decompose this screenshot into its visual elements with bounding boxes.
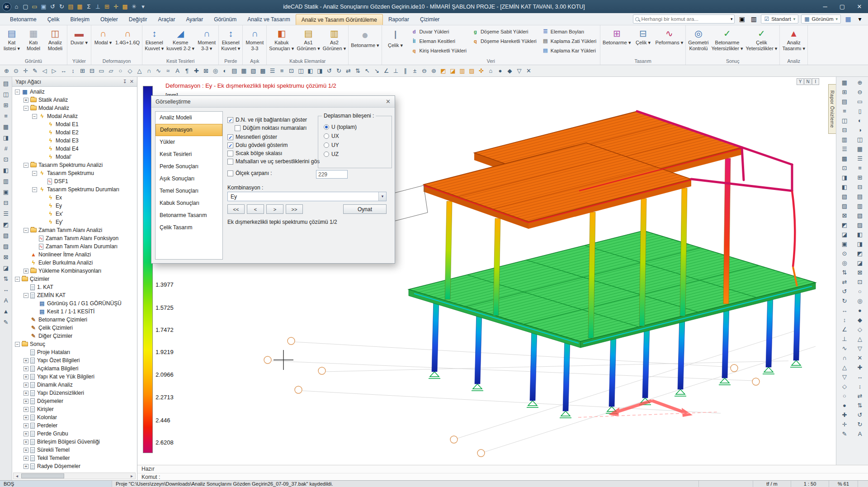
draw-tool-27[interactable]: ▩ [258, 66, 268, 76]
tree-expander[interactable]: − [32, 171, 37, 176]
draw-tool-42[interactable]: ∥ [401, 66, 410, 76]
ribbon-button[interactable]: ΙÇelik ▾ [383, 26, 408, 58]
ribbon-button[interactable]: ⊟Çelik ▾ [632, 26, 654, 58]
draw-tool-32[interactable]: ◧ [306, 66, 315, 76]
dialog-nav-6[interactable]: Temel Sonuçları [156, 185, 222, 197]
draw-tool-54[interactable]: ▽ [514, 66, 524, 76]
checkbox[interactable] [227, 151, 233, 156]
right-tool-a-9[interactable]: ⊡ [840, 164, 849, 173]
tree-expander[interactable]: − [24, 106, 28, 111]
tree-item[interactable]: ϟModal' [12, 153, 137, 161]
tree-item[interactable]: −ZEMİN KAT [12, 291, 137, 299]
left-tool-6[interactable]: # [1, 144, 11, 153]
draw-tool-28[interactable]: ☰ [268, 66, 277, 76]
draw-tool-22[interactable]: ◎ [211, 66, 220, 76]
ribbon-button[interactable]: ↕Eksenel Kuvvet ▾ [220, 26, 241, 58]
draw-tool-7[interactable]: ↕ [68, 66, 78, 76]
view-menu-arrow[interactable]: ▾ [835, 17, 838, 21]
qat-icon-11[interactable]: ✛ [112, 2, 120, 11]
tree-item[interactable]: −ϟTasarım Spektrumu Durumları [12, 185, 137, 194]
right-tool-b-26[interactable]: ◇ [855, 325, 865, 334]
right-tool-b-22[interactable]: ○ [855, 287, 865, 296]
ribbon-button[interactable]: ▥As2 Görünen ▾ [321, 26, 347, 58]
checkbox[interactable]: ✓ [227, 117, 233, 123]
draw-tool-39[interactable]: ↘ [372, 66, 382, 76]
ribbon-mini-item[interactable]: qDöşeme Hareketli Yükleri [472, 37, 537, 45]
left-tool-13[interactable]: ◩ [1, 220, 11, 229]
qat-icon-9[interactable]: ⊥ [94, 2, 102, 11]
left-tool-21[interactable]: ▲ [1, 307, 11, 316]
qat-icon-2[interactable]: ▭ [30, 2, 39, 11]
draw-tool-15[interactable]: ∩ [144, 66, 154, 76]
ribbon-button[interactable]: ✓Betonarme Yetersizlikler ▾ [710, 26, 745, 58]
tree-expander[interactable]: + [24, 407, 28, 412]
right-tool-b-5[interactable]: ◑ [855, 126, 865, 135]
ribbon-mini-item[interactable]: ▤Kaplama Zati Yükleri [542, 37, 596, 45]
dialog-nav-0[interactable]: Analiz Modeli [156, 112, 222, 124]
qat-icon-4[interactable]: ↺ [48, 2, 57, 11]
right-tool-b-33[interactable]: ⇄ [855, 392, 865, 401]
left-tool-14[interactable]: ▧ [1, 231, 11, 240]
draw-tool-55[interactable]: ✕ [524, 66, 533, 76]
ribbon-button[interactable]: ◧Kabuk Sonuçları ▾ [268, 26, 295, 58]
right-tool-a-17[interactable]: ▣ [840, 240, 849, 249]
right-tool-b-9[interactable]: ≡ [855, 164, 865, 173]
right-tool-a-33[interactable]: ○ [840, 392, 849, 401]
ribbon-tab-5[interactable]: Araçlar [152, 14, 180, 25]
command-search[interactable]: ▾ [633, 14, 735, 24]
right-tool-b-35[interactable]: ↺ [855, 411, 865, 420]
tree-expander[interactable]: − [24, 228, 28, 233]
tree-item[interactable]: Zaman Tanım Alanı Durumları [12, 242, 137, 251]
pin-icon[interactable]: ↧ [123, 79, 127, 85]
draw-tool-37[interactable]: ⇅ [353, 66, 363, 76]
qat-icon-0[interactable]: ⌂ [12, 2, 21, 11]
dialog-nav-4[interactable]: Perde Sonuçları [156, 161, 222, 173]
tree-item[interactable]: ϟEy [12, 202, 137, 210]
tree-item[interactable]: −Tasarım Spektrumu Analizi [12, 161, 137, 169]
ribbon-button[interactable]: ∿Peformans ▾ [654, 26, 685, 58]
tree-item[interactable]: +Sürekli Temel [12, 446, 137, 454]
dialog-nav-2[interactable]: Yükler [156, 136, 222, 148]
right-tool-a-31[interactable]: ▽ [840, 373, 849, 382]
draw-tool-11[interactable]: ▱ [106, 66, 116, 76]
left-tool-20[interactable]: A [1, 296, 11, 305]
tree-item[interactable]: +Dinamik Analiz [12, 381, 137, 389]
tree-item[interactable]: ▤Kesit 1 / 1-1 KESİTİ [12, 307, 137, 316]
tree-expander[interactable]: + [24, 415, 28, 420]
radio[interactable] [324, 124, 329, 130]
ribbon-mini-item[interactable]: dDuvar Yükleri [411, 28, 467, 35]
tree-item[interactable]: +Radye Döşemeler [12, 462, 137, 470]
tree-item[interactable]: Zaman Tanım Alanı Fonksiyon [12, 234, 137, 242]
draw-tool-4[interactable]: ◁ [40, 66, 49, 76]
right-tool-a-36[interactable]: ✛ [840, 420, 849, 429]
step-button-2[interactable]: > [266, 204, 283, 214]
qat-icon-5[interactable]: ↻ [57, 2, 66, 11]
ribbon-button[interactable]: ✓Çelik Yetersizlikler ▾ [744, 26, 778, 58]
ribbon-button[interactable]: ⊞Betonarme ▾ [601, 26, 632, 58]
right-tool-b-13[interactable]: ▥ [855, 202, 865, 211]
tree-item[interactable]: +Döşemeler [12, 397, 137, 405]
tree-item[interactable]: −ϟTasarım Spektrumu [12, 169, 137, 177]
draw-tool-33[interactable]: ◨ [315, 66, 325, 76]
draw-tool-13[interactable]: ◇ [125, 66, 135, 76]
right-tool-a-25[interactable]: ↕ [840, 316, 849, 325]
qat-icon-7[interactable]: ▦ [75, 2, 84, 11]
left-tool-0[interactable]: ▤ [1, 79, 11, 88]
right-tool-a-29[interactable]: ∩ [840, 354, 849, 363]
right-tool-b-4[interactable]: ◐ [855, 116, 865, 125]
draw-tool-51[interactable]: ⌂ [486, 66, 495, 76]
right-tool-b-15[interactable]: ▨ [855, 221, 865, 230]
draw-tool-35[interactable]: ↻ [334, 66, 344, 76]
idecad-logo-icon[interactable]: iC [2, 2, 11, 11]
ribbon-tab-2[interactable]: Birleşim [65, 14, 95, 25]
tree-item[interactable]: ▤Görünüş G1 / G1 GÖRÜNÜŞÜ [12, 299, 137, 307]
draw-tool-30[interactable]: ⊡ [287, 66, 296, 76]
panel-close-icon[interactable]: ✕ [130, 79, 134, 85]
draw-tool-38[interactable]: ↖ [363, 66, 372, 76]
ribbon-tab-8[interactable]: Analiz ve Tasarım [242, 14, 295, 25]
ribbon-tab-11[interactable]: Çizimler [415, 14, 445, 25]
checkbox[interactable] [235, 125, 241, 131]
tree-item[interactable]: ϟModal E2 [12, 128, 137, 137]
tree-item[interactable]: Proje Hataları [12, 348, 137, 356]
ribbon-button[interactable]: ▤As1 Görünen ▾ [295, 26, 321, 58]
